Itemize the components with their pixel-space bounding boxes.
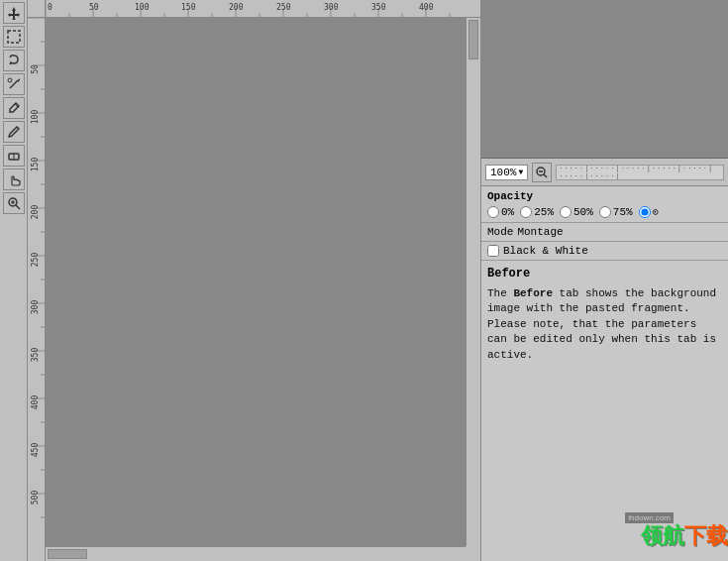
svg-point-4	[8, 78, 12, 82]
opacity-25[interactable]: 25%	[520, 206, 554, 218]
main-area: 0 50 100 150 200 250 300 350 400	[28, 0, 480, 561]
tool-eraser[interactable]	[3, 145, 25, 167]
scroll-thumb-horizontal[interactable]	[48, 549, 87, 559]
svg-text:400: 400	[31, 395, 40, 410]
ruler-left-svg: 50 100 150 200 250 300 350 400 4	[28, 18, 46, 561]
scrollbar-corner	[466, 546, 480, 561]
svg-text:0: 0	[48, 3, 52, 12]
svg-text:500: 500	[31, 491, 40, 505]
scrollbar-vertical[interactable]	[466, 18, 480, 546]
bw-label: Black & White	[503, 245, 588, 257]
svg-marker-0	[8, 7, 20, 20]
svg-text:200: 200	[229, 3, 244, 12]
svg-rect-42	[28, 18, 46, 561]
tool-wand[interactable]	[3, 73, 25, 95]
svg-text:50: 50	[31, 64, 40, 74]
svg-text:250: 250	[31, 253, 40, 268]
canvas-area[interactable]	[46, 18, 480, 561]
watermark-badge: lhdown.com	[625, 512, 674, 523]
svg-text:300: 300	[324, 3, 339, 12]
svg-text:50: 50	[89, 3, 99, 12]
opacity-50-label: 50%	[573, 206, 593, 218]
app-container: 0 50 100 150 200 250 300 350 400	[0, 0, 728, 561]
ruler-top: 0 50 100 150 200 250 300 350 400	[46, 0, 480, 18]
svg-text:450: 450	[31, 443, 40, 458]
opacity-radio-25[interactable]	[520, 206, 532, 218]
svg-text:100: 100	[135, 3, 150, 12]
opacity-25-label: 25%	[534, 206, 554, 218]
tool-hand[interactable]	[3, 168, 25, 190]
svg-line-6	[17, 127, 19, 129]
tool-brush[interactable]	[3, 121, 25, 143]
panel-toolbar: 100% ▼ ·····|·····|·····|·····|·····|···…	[481, 159, 728, 186]
tool-lasso[interactable]	[3, 50, 25, 71]
before-text-bold: Before	[513, 287, 553, 299]
before-title: Before	[487, 267, 722, 280]
tool-move[interactable]	[3, 2, 25, 24]
svg-marker-3	[18, 78, 20, 82]
svg-text:350: 350	[371, 3, 386, 12]
svg-line-77	[544, 174, 547, 177]
opacity-100-label: ⊙	[653, 206, 659, 218]
toolbar	[0, 0, 28, 561]
opacity-0-label: 0%	[501, 206, 514, 218]
canvas-row: 50 100 150 200 250 300 350 400 4	[28, 18, 480, 561]
mode-label: Mode	[487, 226, 513, 238]
zoom-arrow-icon: ▼	[518, 168, 523, 176]
svg-line-10	[16, 205, 20, 209]
opacity-label: Opacity	[487, 190, 722, 202]
before-section: Before The Before tab shows the backgrou…	[481, 261, 728, 369]
ruler-indicator: ·····|·····|·····|·····|·····|·····|····…	[556, 165, 724, 180]
canvas-content	[46, 18, 466, 546]
tool-zoom[interactable]	[3, 192, 25, 214]
svg-text:100: 100	[31, 110, 40, 125]
before-text: The Before tab shows the background imag…	[487, 286, 722, 363]
watermark-area: lhdown.com 领航下载	[481, 369, 728, 561]
bw-checkbox[interactable]	[487, 245, 499, 257]
preview-area	[481, 0, 728, 159]
watermark-cn1: 领航	[641, 521, 684, 551]
watermark-cn2: 下载	[684, 521, 728, 551]
opacity-radio-100[interactable]	[639, 206, 651, 218]
svg-rect-1	[8, 31, 20, 43]
svg-text:150: 150	[181, 3, 196, 12]
opacity-100[interactable]: ⊙	[639, 206, 659, 218]
opacity-radio-75[interactable]	[599, 206, 611, 218]
svg-text:350: 350	[31, 348, 40, 363]
opacity-row: 0% 25% 50% 75% ⊙	[487, 206, 722, 218]
right-panel: 100% ▼ ·····|·····|·····|·····|·····|···…	[480, 0, 728, 561]
svg-text:250: 250	[276, 3, 291, 12]
bw-row: Black & White	[481, 242, 728, 261]
opacity-radio-0[interactable]	[487, 206, 499, 218]
scroll-thumb-vertical[interactable]	[468, 20, 478, 59]
scrollbar-horizontal[interactable]	[46, 546, 466, 561]
tool-select[interactable]	[3, 26, 25, 48]
svg-text:150: 150	[31, 158, 40, 172]
ruler-top-svg: 0 50 100 150 200 250 300 350 400	[46, 0, 480, 18]
tool-eyedropper[interactable]	[3, 97, 25, 119]
ruler-corner	[28, 0, 46, 18]
svg-text:200: 200	[31, 205, 40, 220]
opacity-75[interactable]: 75%	[599, 206, 633, 218]
opacity-75-label: 75%	[613, 206, 633, 218]
svg-rect-13	[46, 0, 480, 18]
ruler-marks: ·····|·····|·····|·····|·····|·····|····…	[559, 165, 721, 180]
opacity-0[interactable]: 0%	[487, 206, 514, 218]
zoom-minus-button[interactable]	[532, 163, 552, 182]
svg-text:400: 400	[419, 3, 434, 12]
ruler-left: 50 100 150 200 250 300 350 400 4	[28, 18, 46, 561]
svg-text:300: 300	[31, 300, 40, 315]
opacity-50[interactable]: 50%	[560, 206, 593, 218]
opacity-radio-50[interactable]	[560, 206, 572, 218]
mode-value: Montage	[517, 226, 563, 238]
mode-row: Mode Montage	[481, 223, 728, 242]
zoom-value: 100%	[490, 167, 516, 178]
watermark: lhdown.com 领航下载	[641, 521, 728, 551]
zoom-dropdown[interactable]: 100% ▼	[485, 165, 528, 180]
opacity-section: Opacity 0% 25% 50% 75%	[481, 186, 728, 223]
